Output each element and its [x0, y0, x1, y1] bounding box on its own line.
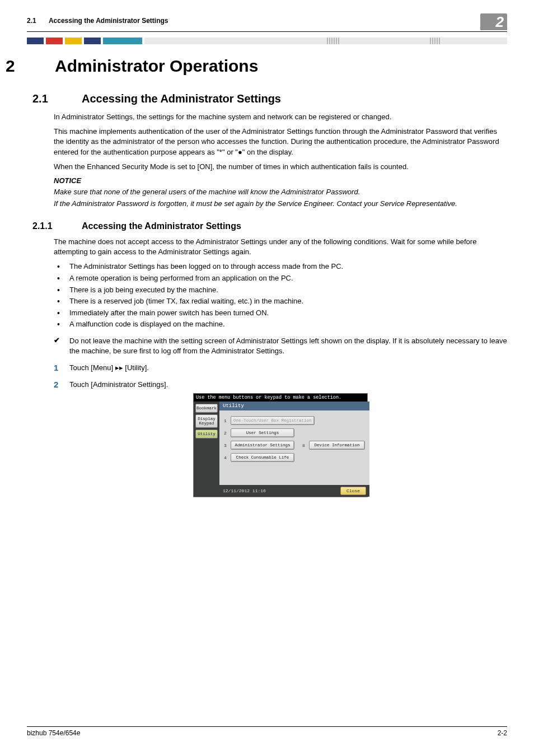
chapter-heading: 2Administrator Operations [0, 57, 507, 76]
page-footer: bizhub 754e/654e 2-2 [27, 726, 507, 737]
list-item: The Administrator Settings has been logg… [54, 262, 507, 272]
color-bar [27, 38, 507, 44]
step-item: 1 Touch [Menu] ▸▸ [Utility]. [54, 363, 507, 373]
device-btn-admin-settings[interactable]: Administrator Settings [231, 441, 294, 450]
device-btn-user-settings[interactable]: User Settings [231, 428, 294, 437]
step-number: 1 [54, 363, 69, 373]
device-btn-device-info[interactable]: Device Information [309, 441, 365, 450]
running-header: 2.1 Accessing the Administrator Settings… [27, 17, 507, 32]
device-menu-number: 1 [224, 418, 231, 423]
running-header-number: 2.1 [27, 17, 47, 25]
body-paragraph: This machine implements authentication o… [54, 127, 507, 157]
running-header-left: 2.1 Accessing the Administrator Settings [27, 17, 168, 25]
section-heading: 2.1Accessing the Administrator Settings [27, 92, 507, 105]
device-menu: 1 One-Touch/User Box Registration 2 User… [219, 410, 369, 462]
device-left-tabs: Bookmark Display Keypad Utility [194, 402, 219, 497]
check-text: Do not leave the machine with the settin… [69, 336, 507, 356]
device-close-button[interactable]: Close [340, 487, 366, 495]
subsection-heading: 2.1.1Accessing the Administrator Setting… [27, 221, 507, 231]
device-tab-bookmark[interactable]: Bookmark [195, 404, 218, 413]
subsection-title: Accessing the Administrator Settings [82, 221, 241, 231]
notice-heading: NOTICE [54, 176, 507, 185]
device-menu-number: 4 [224, 455, 231, 460]
section-number: 2.1 [27, 92, 82, 105]
notice-text: Make sure that none of the general users… [54, 187, 507, 197]
device-screenshot: Use the menu buttons or keypad to make a… [193, 393, 368, 497]
footer-right: 2-2 [498, 729, 507, 737]
bullet-list: The Administrator Settings has been logg… [54, 262, 507, 329]
device-instruction-bar: Use the menu buttons or keypad to make a… [194, 394, 367, 402]
list-item: A remote operation is being performed fr… [54, 273, 507, 283]
step-number: 2 [54, 380, 69, 390]
device-tab-display-keypad[interactable]: Display Keypad [195, 414, 218, 428]
body-paragraph: The machine does not accept access to th… [54, 237, 507, 257]
running-header-title: Accessing the Administrator Settings [49, 17, 168, 25]
step-text: Touch [Administrator Settings]. [69, 380, 168, 390]
device-datetime: 12/11/2012 11:16 [223, 488, 266, 493]
body-paragraph: In Administrator Settings, the settings … [54, 112, 507, 122]
device-panel-title: Utility [219, 402, 369, 410]
notice-text: If the Administrator Password is forgott… [54, 199, 507, 209]
step-text: Touch [Menu] ▸▸ [Utility]. [69, 363, 149, 373]
device-btn-consumable[interactable]: Check Consumable Life [231, 453, 294, 462]
checkmark-icon: ✔ [54, 336, 69, 356]
device-menu-number: 3 [224, 443, 231, 448]
chapter-tab: 2 [480, 13, 507, 30]
device-tab-utility[interactable]: Utility [195, 430, 218, 438]
chapter-number: 2 [0, 57, 55, 76]
footer-left: bizhub 754e/654e [27, 729, 80, 737]
list-item: A malfunction code is displayed on the m… [54, 319, 507, 329]
section-title: Accessing the Administrator Settings [82, 92, 281, 105]
list-item: There is a reserved job (timer TX, fax r… [54, 296, 507, 306]
check-item: ✔ Do not leave the machine with the sett… [54, 336, 507, 356]
device-btn-onetouch[interactable]: One-Touch/User Box Registration [231, 416, 315, 425]
chapter-title: Administrator Operations [55, 57, 258, 75]
list-item: There is a job being executed by the mac… [54, 285, 507, 295]
device-menu-number: 2 [224, 431, 231, 436]
body-paragraph: When the Enhanced Security Mode is set t… [54, 162, 507, 172]
subsection-number: 2.1.1 [27, 221, 82, 231]
device-menu-number: 8 [302, 443, 309, 448]
step-item: 2 Touch [Administrator Settings]. [54, 380, 507, 390]
list-item: Immediately after the main power switch … [54, 308, 507, 318]
